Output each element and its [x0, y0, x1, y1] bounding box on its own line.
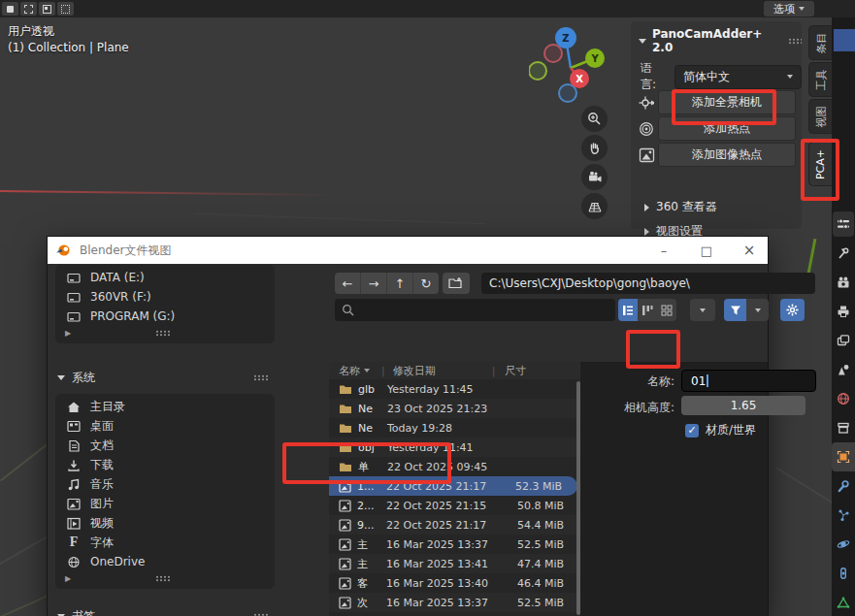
- file-row[interactable]: 9...22 Oct 2025 21:1754.4 MiB: [329, 515, 579, 535]
- display-thumbnails-button[interactable]: [657, 299, 676, 321]
- sidebar-item-downloads[interactable]: 下载: [55, 455, 275, 474]
- display-vertical-list-button[interactable]: [618, 299, 638, 321]
- modifiers-icon[interactable]: [832, 471, 855, 501]
- file-row[interactable]: Ne23 Oct 2025 21:23: [329, 399, 579, 418]
- display-horizontal-list-button[interactable]: [638, 299, 657, 321]
- search-input[interactable]: [335, 299, 615, 321]
- file-row[interactable]: glbYesterday 11:45: [329, 379, 579, 399]
- tab-item[interactable]: 条目: [808, 25, 832, 60]
- filter-settings-button[interactable]: [780, 299, 805, 321]
- grip-handle-icon[interactable]: [155, 575, 171, 582]
- sidebar-item-onedrive[interactable]: OneDrive: [55, 552, 275, 571]
- select-mode-subtract-icon[interactable]: [39, 2, 55, 16]
- filter-dropdown[interactable]: [746, 299, 769, 321]
- file-row[interactable]: 客16 Mar 2025 13:4046.4 MiB: [329, 573, 579, 593]
- tool-settings-icon[interactable]: [833, 211, 854, 237]
- add-hotspot-button[interactable]: 添加热点: [658, 116, 796, 141]
- name-label: 名称:: [582, 373, 674, 390]
- add-pano-camera-button[interactable]: 添加全景相机: [658, 90, 796, 114]
- column-name[interactable]: 名称: [339, 364, 360, 378]
- file-row[interactable]: 次16 Mar 2025 13:3752.5 MiB: [329, 593, 579, 612]
- outliner-selected-row[interactable]: [834, 29, 855, 51]
- grip-handle-icon[interactable]: [155, 330, 171, 337]
- minimize-button[interactable]: –: [647, 237, 680, 264]
- file-row[interactable]: 主16 Mar 2025 13:4147.4 MiB: [329, 554, 579, 573]
- volume-item[interactable]: 360VR (F:): [55, 287, 275, 307]
- collection-icon[interactable]: [832, 413, 855, 442]
- refresh-button[interactable]: ↻: [413, 273, 439, 294]
- select-mode-extend-icon[interactable]: [20, 2, 37, 16]
- sidebar-item-home[interactable]: 主目录: [55, 397, 275, 416]
- language-dropdown[interactable]: 简体中文: [674, 65, 802, 89]
- forward-button[interactable]: →: [361, 273, 387, 294]
- object-properties-icon[interactable]: [832, 442, 855, 471]
- file-row[interactable]: 次16 Mar 2025 13:3748.2 MiB: [329, 612, 579, 616]
- pan-button[interactable]: [581, 135, 608, 161]
- camera-height-field[interactable]: 1.65: [681, 396, 806, 415]
- file-row[interactable]: NeToday 19:28: [329, 418, 579, 438]
- viewer-360-section[interactable]: 360 查看器: [644, 199, 717, 215]
- new-folder-button[interactable]: [443, 273, 470, 294]
- options-menu-button[interactable]: 选项: [764, 1, 814, 16]
- material-world-checkbox[interactable]: ✓: [685, 424, 699, 438]
- scene-icon[interactable]: [832, 355, 855, 384]
- back-button[interactable]: ←: [335, 273, 361, 294]
- file-row[interactable]: objYesterday 11:41: [329, 438, 579, 457]
- select-mode-intersect-icon[interactable]: [57, 2, 74, 16]
- sidebar-item-fonts[interactable]: F 字体: [55, 533, 275, 552]
- output-icon[interactable]: [832, 297, 855, 326]
- language-value: 简体中文: [683, 69, 730, 85]
- maximize-button[interactable]: □: [690, 237, 723, 264]
- file-row[interactable]: 主16 Mar 2025 13:3752.5 MiB: [329, 535, 579, 554]
- add-image-hotspot-button[interactable]: 添加图像热点: [658, 143, 796, 167]
- column-size[interactable]: 尺寸: [505, 364, 526, 378]
- desktop-icon: [67, 420, 81, 433]
- close-button[interactable]: ×: [733, 237, 766, 264]
- grip-handle-icon[interactable]: [788, 38, 802, 45]
- sidebar-item-desktop[interactable]: 桌面: [55, 416, 275, 436]
- column-date[interactable]: 修改日期: [393, 364, 436, 378]
- filter-button[interactable]: [724, 299, 746, 321]
- sidebar-item-videos[interactable]: 视频: [55, 513, 275, 533]
- tab-tool[interactable]: 工具: [808, 62, 832, 97]
- system-section-header[interactable]: 系统: [57, 370, 269, 386]
- tab-pca-plus[interactable]: PCA+: [808, 142, 832, 186]
- toggle-projection-button[interactable]: [581, 193, 608, 219]
- select-mode-new-icon[interactable]: [2, 2, 18, 16]
- volume-item[interactable]: PROGRAM (G:): [55, 307, 275, 326]
- bookmarks-section-header[interactable]: 书签: [57, 608, 269, 616]
- view-layer-icon[interactable]: [832, 326, 855, 355]
- name-input[interactable]: 01: [681, 370, 816, 392]
- sidebar-item-music[interactable]: 音乐: [55, 474, 275, 494]
- camera-view-button[interactable]: [581, 164, 608, 190]
- file-row[interactable]: 单22 Oct 2025 09:45: [329, 457, 579, 476]
- gizmo-neg-x[interactable]: [544, 45, 562, 62]
- gizmo-neg-y[interactable]: [529, 62, 546, 80]
- constraints-icon[interactable]: [832, 559, 855, 588]
- render-icon[interactable]: [832, 268, 855, 297]
- path-input[interactable]: C:\Users\CXJ\Desktop\gong\baoye\: [481, 273, 815, 294]
- expand-icon[interactable]: ▶: [65, 574, 71, 583]
- tab-view[interactable]: 视图: [808, 99, 832, 134]
- sidebar-item-pictures[interactable]: 图片: [55, 494, 275, 513]
- sidebar-item-documents[interactable]: 文档: [55, 436, 275, 455]
- expand-icon[interactable]: ▶: [65, 329, 71, 338]
- tool-icon[interactable]: [832, 239, 855, 268]
- file-row[interactable]: 2...22 Oct 2025 21:1550.8 MiB: [329, 496, 579, 515]
- zoom-button[interactable]: [581, 106, 608, 132]
- panel-title: PanoCamAdder+ 2.0: [652, 27, 769, 54]
- volume-item[interactable]: DATA (E:): [55, 268, 275, 287]
- display-options-dropdown[interactable]: [690, 299, 715, 321]
- gizmo-neg-z[interactable]: [559, 84, 576, 102]
- physics-icon[interactable]: [832, 530, 855, 559]
- navigation-gizmo[interactable]: Z Y X: [529, 24, 618, 113]
- up-button[interactable]: ↑: [387, 273, 413, 294]
- dialog-titlebar[interactable]: Blender文件视图 – □ ×: [48, 237, 768, 264]
- camera-crosshair-icon: [635, 92, 658, 113]
- particles-icon[interactable]: [832, 501, 855, 530]
- object-data-icon[interactable]: [832, 588, 855, 616]
- file-row-selected[interactable]: 1...22 Oct 2025 21:1752.3 MiB: [329, 476, 577, 496]
- music-icon: [67, 478, 81, 491]
- world-icon[interactable]: [832, 384, 855, 413]
- collapse-icon[interactable]: [639, 39, 646, 44]
